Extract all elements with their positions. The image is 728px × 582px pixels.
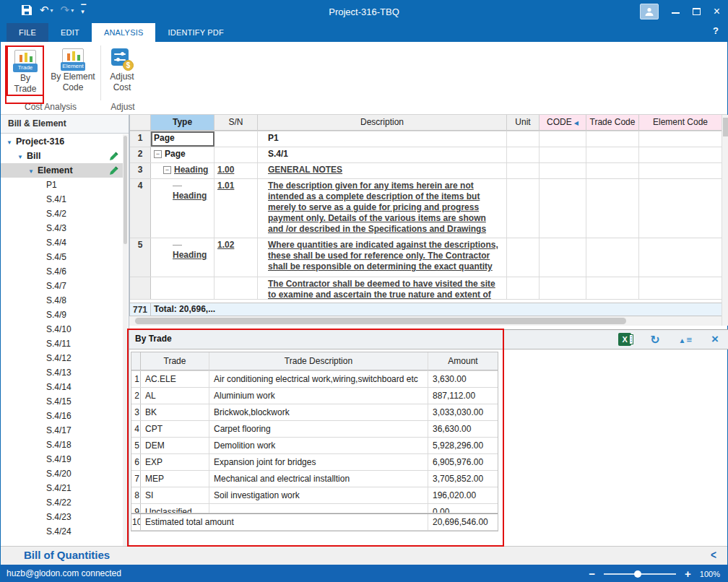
zoom-out-icon[interactable]: − <box>589 568 595 580</box>
sidebar-item-s-4-12[interactable]: S.4/12 <box>1 351 123 365</box>
cell-trade-description[interactable]: Mechanical and electrical installtion <box>209 471 428 487</box>
tab-file[interactable]: FILE <box>6 23 48 42</box>
cell-amount[interactable]: 36,630.00 <box>428 421 498 437</box>
sidebar-item-s-4-23[interactable]: S.4/23 <box>1 510 123 524</box>
expand-arrow-icon[interactable]: ▼ <box>28 168 34 175</box>
sidebar-item-project-316[interactable]: ▼Project-316 <box>1 134 123 149</box>
cell-type[interactable]: Heading <box>151 179 214 238</box>
cell-trade[interactable]: AL <box>141 388 209 404</box>
sidebar-item-s-4-19[interactable]: S.4/19 <box>1 452 123 466</box>
table-row[interactable]: 6EXPExpansion joint for bridges6,905,976… <box>131 454 498 471</box>
sidebar-item-element[interactable]: ▼Element <box>1 163 123 178</box>
cell-unit[interactable] <box>507 163 540 178</box>
filter-triangle-icon[interactable]: ◀ <box>574 120 578 126</box>
cell-description[interactable]: P1 <box>258 131 507 147</box>
cell-code[interactable] <box>540 131 586 147</box>
sidebar-item-s-4-4[interactable]: S.4/4 <box>1 235 123 250</box>
bill-grid-horizontal-scrollbar[interactable] <box>129 316 722 326</box>
cell-description[interactable]: GENERAL NOTES <box>258 163 507 178</box>
cell-type[interactable]: −Page <box>151 147 214 162</box>
cell-type[interactable]: −Heading <box>151 163 214 178</box>
cell-trade[interactable]: Estimated total amount <box>141 514 428 530</box>
cell-trade[interactable]: SI <box>141 487 209 503</box>
cell-amount[interactable]: 3,630.00 <box>428 371 498 387</box>
cell-unit[interactable] <box>507 238 540 277</box>
cell-amount[interactable]: 0.00 <box>428 504 498 513</box>
sidebar-item-s-4-8[interactable]: S.4/8 <box>1 293 123 308</box>
table-row[interactable]: 9Unclassified0.00 <box>131 504 498 513</box>
ribbon-button-by-trade[interactable]: TradeBy Trade <box>6 45 44 96</box>
column-header-trade-code[interactable]: Trade Code <box>586 115 639 131</box>
cell-unit[interactable] <box>507 147 540 162</box>
sidebar-item-bill[interactable]: ▼Bill <box>1 149 123 163</box>
column-header-element-code[interactable]: Element Code <box>639 115 722 131</box>
cell-element-code[interactable] <box>639 277 722 299</box>
cell-trade[interactable]: DEM <box>141 438 209 453</box>
cell-amount[interactable]: 887,112.00 <box>428 388 498 404</box>
cell-unit[interactable] <box>507 131 540 147</box>
sidebar-item-s-4-7[interactable]: S.4/7 <box>1 279 123 293</box>
cell-description[interactable]: The description given for any items here… <box>258 179 507 238</box>
collapse-left-icon[interactable]: < <box>711 548 716 563</box>
maximize-icon[interactable] <box>693 4 701 19</box>
column-header-amount[interactable]: Amount <box>428 352 498 370</box>
cell-code[interactable] <box>540 179 586 238</box>
column-header-trade-description[interactable]: Trade Description <box>209 352 428 370</box>
refresh-icon[interactable]: ↻ <box>650 333 659 347</box>
cell-description[interactable]: Where quantities are indicated against t… <box>258 238 507 277</box>
expand-arrow-icon[interactable]: ▼ <box>17 154 23 160</box>
cell-element-code[interactable] <box>639 131 722 147</box>
cell-element-code[interactable] <box>639 179 722 238</box>
cell-description[interactable]: S.4/1 <box>258 147 507 162</box>
cell-trade-code[interactable] <box>586 131 639 147</box>
cell-amount[interactable]: 20,696,546.00 <box>428 514 498 530</box>
close-icon[interactable]: × <box>711 332 719 347</box>
cell-trade[interactable]: AC.ELE <box>141 371 209 387</box>
cell-code[interactable] <box>540 147 586 162</box>
cell-trade-code[interactable] <box>586 179 639 238</box>
cell-amount[interactable]: 196,020.00 <box>428 487 498 503</box>
cell-amount[interactable]: 3,705,852.00 <box>428 471 498 487</box>
zoom-slider-handle[interactable] <box>634 570 641 578</box>
ribbon-button-by-element-code[interactable]: ElementBy Element Code <box>47 45 99 93</box>
sidebar-item-p1[interactable]: P1 <box>1 178 123 192</box>
table-row[interactable]: 5Heading1.02Where quantities are indicat… <box>130 238 722 277</box>
collapse-minus-icon[interactable]: − <box>154 150 162 158</box>
cell-trade[interactable]: Unclassified <box>141 504 209 513</box>
sidebar-item-s-4-6[interactable]: S.4/6 <box>1 264 123 279</box>
cell-element-code[interactable] <box>639 238 722 277</box>
sidebar-item-s-4-10[interactable]: S.4/10 <box>1 322 123 336</box>
sidebar-item-s-4-9[interactable]: S.4/9 <box>1 308 123 322</box>
zoom-slider[interactable] <box>604 573 676 575</box>
column-header-code[interactable]: CODE◀ <box>540 115 586 131</box>
column-header-type[interactable]: Type <box>151 115 214 131</box>
cell-unit[interactable] <box>507 277 540 299</box>
cell-description[interactable]: The Contractor shall be deemed to have v… <box>258 277 507 299</box>
sidebar-item-s-4-22[interactable]: S.4/22 <box>1 495 123 510</box>
zoom-in-icon[interactable]: + <box>685 568 691 580</box>
cell-code[interactable] <box>540 238 586 277</box>
table-row[interactable]: 2ALAluminium work887,112.00 <box>131 388 498 404</box>
cell-element-code[interactable] <box>639 147 722 162</box>
excel-export-icon[interactable]: X <box>618 333 631 346</box>
sidebar-item-s-4-1[interactable]: S.4/1 <box>1 192 123 207</box>
table-row[interactable]: 8SISoil investigation work196,020.00 <box>131 487 498 504</box>
cell-trade-description[interactable]: Demolition work <box>209 438 428 453</box>
sidebar-item-s-4-16[interactable]: S.4/16 <box>1 409 123 423</box>
sidebar-item-s-4-17[interactable]: S.4/17 <box>1 423 123 438</box>
minimize-icon[interactable] <box>672 4 680 19</box>
cell-trade[interactable]: CPT <box>141 421 209 437</box>
sidebar-item-s-4-24[interactable]: S.4/24 <box>1 524 123 539</box>
sidebar-item-s-4-2[interactable]: S.4/2 <box>1 207 123 221</box>
cell-sn[interactable]: 1.00 <box>214 163 258 178</box>
cell-unit[interactable] <box>507 179 540 238</box>
cell-amount[interactable]: 5,928,296.00 <box>428 438 498 453</box>
ribbon-button-adjust-cost[interactable]: $Adjust Cost <box>103 45 141 93</box>
column-header-trade[interactable]: Trade <box>141 352 209 370</box>
sidebar-item-s-4-11[interactable]: S.4/11 <box>1 336 123 351</box>
tab-analysis[interactable]: ANALYSIS <box>92 23 156 42</box>
column-header-s-n[interactable]: S/N <box>214 115 258 131</box>
cell-amount[interactable]: 3,033,030.00 <box>428 404 498 420</box>
table-row[interactable]: The Contractor shall be deemed to have v… <box>130 277 722 300</box>
bill-grid-vertical-scrollbar[interactable] <box>722 115 728 326</box>
